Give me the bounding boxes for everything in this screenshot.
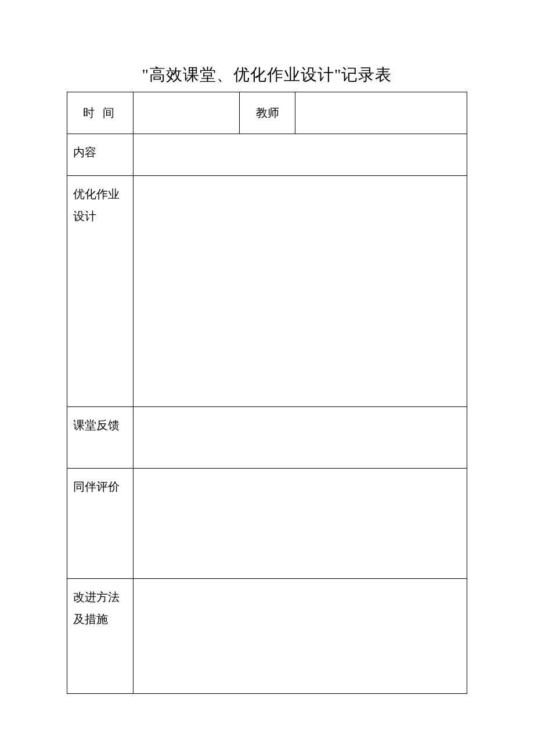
class-feedback-label: 课堂反馈 <box>67 407 134 469</box>
table-row-homework-design: 优化作业设计 <box>67 176 467 407</box>
peer-evaluation-label: 同伴评价 <box>67 469 134 579</box>
page-container: "高效课堂、优化作业设计"记录表 时间 教师 内容 优化作业设计 课堂反馈 同伴… <box>0 0 534 694</box>
record-table: 时间 教师 内容 优化作业设计 课堂反馈 同伴评价 改进方法及措施 <box>67 92 467 694</box>
homework-design-label: 优化作业设计 <box>67 176 134 407</box>
time-label: 时间 <box>67 92 134 134</box>
table-row-peer-evaluation: 同伴评价 <box>67 469 467 579</box>
class-feedback-value[interactable] <box>134 407 467 469</box>
content-value[interactable] <box>134 134 467 176</box>
table-row-time-teacher: 时间 教师 <box>67 92 467 134</box>
homework-design-value[interactable] <box>134 176 467 407</box>
teacher-value[interactable] <box>295 92 467 134</box>
content-label: 内容 <box>67 134 134 176</box>
table-row-content: 内容 <box>67 134 467 176</box>
improvement-value[interactable] <box>134 579 467 694</box>
document-title: "高效课堂、优化作业设计"记录表 <box>67 64 467 86</box>
table-row-class-feedback: 课堂反馈 <box>67 407 467 469</box>
improvement-label: 改进方法及措施 <box>67 579 134 694</box>
teacher-label: 教师 <box>240 92 295 134</box>
time-value[interactable] <box>134 92 240 134</box>
peer-evaluation-value[interactable] <box>134 469 467 579</box>
table-row-improvement: 改进方法及措施 <box>67 579 467 694</box>
